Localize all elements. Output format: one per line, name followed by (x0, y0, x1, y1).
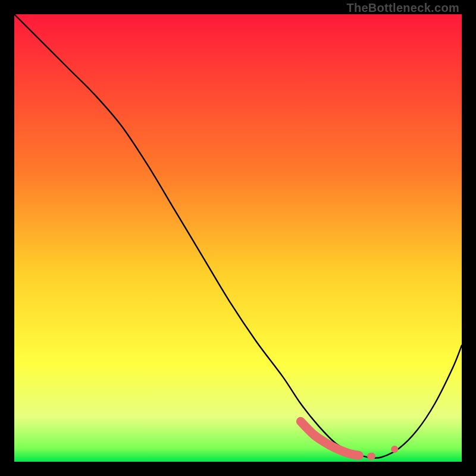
bottleneck-chart (14, 14, 462, 462)
optimal-point-marker (391, 446, 398, 453)
watermark-text: TheBottleneck.com (346, 1, 459, 15)
chart-frame (14, 14, 462, 462)
